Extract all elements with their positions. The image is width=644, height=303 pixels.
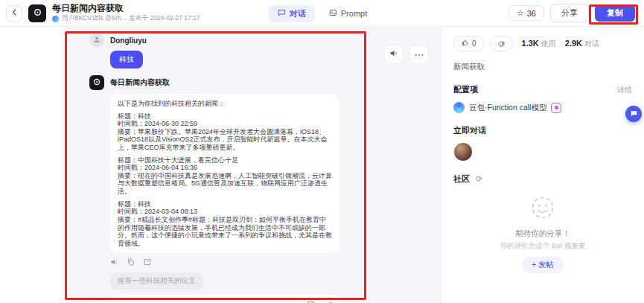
copy-message-button[interactable] bbox=[127, 258, 136, 269]
model-row: 豆包·Function call模型 bbox=[453, 102, 632, 113]
ellipsis-icon: ⋯ bbox=[415, 49, 424, 60]
bot-name: 每日新闻内容获取 bbox=[110, 77, 170, 88]
suggested-reply-chip[interactable]: 推荐一些科技相关的论文 bbox=[110, 272, 203, 290]
chat-bubble-icon bbox=[277, 8, 286, 19]
header: 每日新闻内容获取 用户BKCV1bls @Sm... 发布于 2024-02-2… bbox=[0, 0, 644, 27]
like-count: 0 bbox=[472, 39, 476, 48]
thumb-down-icon bbox=[497, 39, 506, 48]
dislike-button[interactable] bbox=[490, 36, 513, 51]
news-summary: 摘要：#精品长文创作季#标题：科技是双刃剑：如何平衡手机在教育中的作用随着科技的… bbox=[118, 216, 332, 247]
support-float-button[interactable] bbox=[625, 106, 642, 122]
news-item: 标题：科技 时间戳：2024-03-04 08:13 摘要：#精品长文创作季#标… bbox=[118, 200, 332, 248]
model-name: 豆包·Function call模型 bbox=[469, 103, 546, 113]
chat-panel: Dongliuyu 科技 每日新闻内容获取 以下是为你找到的科技相关的新闻： bbox=[66, 27, 441, 303]
refresh-icon: ⟳ bbox=[476, 174, 482, 183]
chat-input-row: ⟳ bbox=[89, 295, 341, 303]
user-avatar bbox=[89, 33, 104, 48]
person-icon bbox=[92, 34, 101, 47]
usage-stat: 1.3K 使用 bbox=[522, 39, 556, 49]
news-summary: 摘要：苹果股价下跌。苹果2024年全球开发者大会圆满落幕，iOS18、iPadO… bbox=[118, 128, 332, 152]
like-button[interactable]: 0 bbox=[453, 36, 484, 51]
speaker-icon bbox=[110, 258, 119, 269]
config-title: 配置项 bbox=[453, 84, 478, 95]
create-post-button[interactable]: + 发帖 bbox=[523, 257, 563, 273]
tab-prompt[interactable]: Prompt bbox=[319, 5, 376, 22]
news-summary: 摘要：现在的中国科技真是发展迅速啊，人工智能突破引领潮流，云计算与大数据重塑信息… bbox=[118, 172, 332, 196]
config-section-header: 配置项 详情 bbox=[453, 84, 632, 95]
read-aloud-button[interactable] bbox=[110, 258, 119, 269]
tab-dialog[interactable]: 对话 bbox=[268, 5, 315, 22]
community-refresh-button[interactable]: ⟳ bbox=[476, 174, 482, 184]
news-item: 标题：中国科技十大进展，看完信心十足 时间戳：2024-06-04 16:36 … bbox=[118, 156, 332, 196]
empty-state-title: 期待你的分享！ bbox=[453, 229, 632, 239]
back-button[interactable] bbox=[6, 5, 22, 22]
bot-message-header: 每日新闻内容获取 bbox=[89, 75, 341, 90]
chevron-left-icon bbox=[10, 7, 19, 19]
title-block: 每日新闻内容获取 用户BKCV1bls @Sm... 发布于 2024-02-2… bbox=[52, 3, 200, 23]
news-item: 标题：科技 时间戳：2024-06-30 22:59 摘要：苹果股价下跌。苹果2… bbox=[118, 112, 332, 152]
add-attachment-button[interactable] bbox=[305, 300, 316, 303]
plus-circle-icon bbox=[305, 300, 316, 303]
chat-tools: ⋯ bbox=[384, 45, 429, 64]
empty-state-subtitle: 你的评价为这个 Bot 很重要 bbox=[453, 241, 632, 251]
bot-description: 新闻获取 bbox=[453, 62, 632, 72]
share-button[interactable]: 分享 bbox=[550, 4, 589, 22]
chats-label: 对话 bbox=[584, 39, 599, 49]
community-empty-state: 期待你的分享！ 你的评价为这个 Bot 很重要 + 发帖 bbox=[453, 195, 632, 273]
community-header: 社区 ⟳ bbox=[453, 173, 632, 185]
sidebar: 0 1.3K 使用 2.9K 对话 新闻获取 配置项 bbox=[441, 27, 644, 303]
news-time: 时间戳：2024-06-04 16:36 bbox=[118, 164, 332, 172]
bot-logo-icon bbox=[33, 7, 42, 20]
news-time: 时间戳：2024-03-04 08:13 bbox=[118, 208, 332, 216]
copy-icon bbox=[127, 258, 136, 269]
tab-dialog-label: 对话 bbox=[290, 8, 306, 19]
stats-row: 0 1.3K 使用 2.9K 对话 bbox=[453, 36, 632, 51]
published-date: 发布于 2024-02-27 17:17 bbox=[130, 14, 200, 23]
header-actions: ☆ 36 分享 复制 bbox=[508, 4, 635, 22]
voice-toggle-button[interactable] bbox=[384, 45, 404, 64]
left-gutter bbox=[0, 27, 66, 303]
config-detail-link[interactable]: 详情 bbox=[617, 85, 632, 95]
community-title: 社区 bbox=[453, 173, 470, 185]
usage-count: 1.3K bbox=[522, 39, 539, 48]
chat-column: Dongliuyu 科技 每日新闻内容获取 以下是为你找到的科技相关的新闻： bbox=[89, 33, 341, 303]
usage-label: 使用 bbox=[541, 39, 556, 49]
user-message-header: Dongliuyu bbox=[89, 33, 341, 48]
plugin-icon bbox=[551, 103, 561, 113]
reset-conversation-button[interactable]: ⟳ bbox=[89, 296, 112, 303]
user-message-bubble: 科技 bbox=[110, 51, 143, 68]
share-icon bbox=[143, 258, 152, 269]
send-icon bbox=[322, 300, 334, 303]
author-name: 用户BKCV1bls @Sm... bbox=[62, 14, 127, 23]
author-avatar bbox=[52, 16, 59, 22]
message-actions bbox=[110, 258, 341, 268]
chats-stat: 2.9K 对话 bbox=[565, 39, 599, 49]
prompt-icon bbox=[328, 8, 337, 19]
chat-now-title: 立即对话 bbox=[453, 125, 632, 136]
speaker-icon bbox=[389, 48, 399, 60]
bot-avatar bbox=[28, 4, 46, 22]
bot-intro-line: 以下是为你找到的科技相关的新闻： bbox=[118, 100, 332, 108]
tab-prompt-label: Prompt bbox=[341, 9, 367, 18]
news-title: 标题：科技 bbox=[118, 112, 332, 121]
more-options-button[interactable]: ⋯ bbox=[409, 45, 429, 64]
header-tabs: 对话 Prompt bbox=[268, 0, 376, 27]
star-button[interactable]: ☆ 36 bbox=[508, 5, 544, 21]
bot-meta: 用户BKCV1bls @Sm... 发布于 2024-02-27 17:17 bbox=[52, 14, 200, 23]
feedback-chat-icon bbox=[630, 109, 638, 120]
star-icon: ☆ bbox=[517, 8, 524, 18]
share-message-button[interactable] bbox=[143, 258, 152, 269]
bot-message-bubble: 以下是为你找到的科技相关的新闻： 标题：科技 时间戳：2024-06-30 22… bbox=[110, 94, 339, 253]
app-window: 每日新闻内容获取 用户BKCV1bls @Sm... 发布于 2024-02-2… bbox=[0, 0, 644, 303]
chats-count: 2.9K bbox=[565, 39, 582, 48]
send-button[interactable] bbox=[322, 300, 334, 303]
news-title: 标题：中国科技十大进展，看完信心十足 bbox=[118, 156, 332, 165]
star-count: 36 bbox=[527, 9, 536, 18]
copy-button[interactable]: 复制 bbox=[595, 4, 635, 22]
bot-message-avatar bbox=[89, 75, 104, 90]
chat-now-avatar[interactable] bbox=[453, 142, 473, 162]
doubao-model-icon bbox=[453, 102, 465, 113]
thumb-up-icon bbox=[461, 39, 469, 48]
header-left: 每日新闻内容获取 用户BKCV1bls @Sm... 发布于 2024-02-2… bbox=[6, 3, 200, 23]
smiley-face-icon bbox=[530, 210, 555, 223]
